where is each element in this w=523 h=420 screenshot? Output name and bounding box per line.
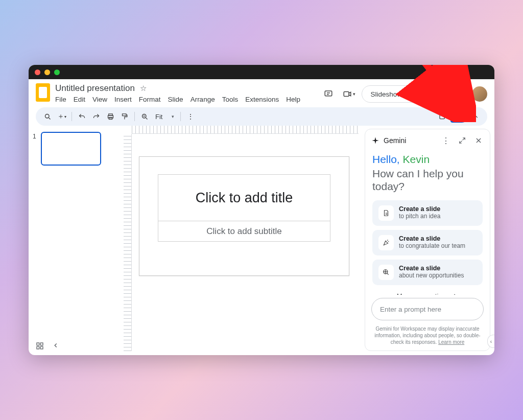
star-icon[interactable]: ☆ bbox=[140, 84, 147, 93]
filmstrip: 1 bbox=[29, 126, 116, 355]
gemini-insert-icon[interactable] bbox=[436, 110, 449, 123]
svg-rect-12 bbox=[37, 346, 39, 349]
slide-thumbnail-1[interactable] bbox=[41, 132, 101, 166]
grid-view-icon[interactable] bbox=[36, 342, 44, 350]
collapse-toolbar-icon[interactable] bbox=[469, 110, 482, 123]
new-slide-icon[interactable]: ＋▾ bbox=[55, 110, 68, 123]
chevron-right-icon bbox=[452, 293, 458, 295]
menu-tools[interactable]: Tools bbox=[222, 96, 239, 103]
titlebar bbox=[29, 65, 494, 79]
svg-point-3 bbox=[45, 114, 49, 118]
slideshow-label[interactable]: Slideshow bbox=[362, 86, 410, 102]
canvas-area[interactable]: Click to add title Click to add subtitle bbox=[116, 126, 363, 355]
subtitle-placeholder[interactable]: Click to add subtitle bbox=[158, 221, 330, 242]
gemini-disclaimer: Gemini for Workspace may display inaccur… bbox=[365, 323, 490, 351]
print-icon[interactable] bbox=[104, 110, 117, 123]
svg-rect-11 bbox=[40, 343, 43, 345]
slide-canvas[interactable]: Click to add title Click to add subtitle bbox=[139, 156, 349, 276]
slideshow-button[interactable]: Slideshow ▾ bbox=[362, 85, 422, 103]
close-window-dot[interactable] bbox=[35, 69, 40, 75]
toolbar: ＋▾ Fit ▾ ⋮ ▾ bbox=[36, 107, 487, 126]
account-avatar[interactable] bbox=[472, 86, 487, 102]
horizontal-ruler bbox=[132, 126, 359, 134]
gemini-learn-more-link[interactable]: Learn more bbox=[438, 339, 464, 345]
gemini-spark-icon bbox=[371, 136, 379, 145]
gemini-button[interactable] bbox=[449, 85, 467, 103]
gemini-panel: Gemini ⋮ Hello, Kevin How can I help you… bbox=[365, 129, 490, 351]
menu-extensions[interactable]: Extensions bbox=[245, 96, 279, 103]
gemini-menu-icon[interactable]: ⋮ bbox=[440, 134, 452, 147]
gemini-greeting: Hello, Kevin bbox=[372, 153, 483, 166]
gemini-prompt-box[interactable] bbox=[371, 298, 484, 320]
slides-logo-icon[interactable] bbox=[36, 83, 50, 102]
chevron-down-icon: ▾ bbox=[172, 114, 174, 119]
menu-insert[interactable]: Insert bbox=[114, 96, 132, 103]
zoom-label: Fit bbox=[155, 113, 162, 121]
more-tools-icon[interactable]: ⋮ bbox=[184, 110, 197, 123]
gemini-more-suggestions[interactable]: More suggestions bbox=[372, 289, 483, 295]
gemini-close-icon[interactable] bbox=[472, 134, 485, 147]
svg-rect-7 bbox=[122, 113, 126, 115]
minimize-window-dot[interactable] bbox=[44, 69, 50, 75]
share-button[interactable] bbox=[427, 85, 444, 103]
app-window: Untitled presentation ☆ File Edit View I… bbox=[29, 65, 494, 355]
redo-icon[interactable] bbox=[89, 110, 103, 123]
document-icon bbox=[378, 205, 394, 221]
meet-icon[interactable]: ▾ bbox=[341, 86, 356, 102]
paint-format-icon[interactable] bbox=[118, 110, 131, 123]
menu-bar: File Edit View Insert Format Slide Arran… bbox=[55, 95, 300, 103]
header: Untitled presentation ☆ File Edit View I… bbox=[29, 79, 494, 104]
svg-rect-13 bbox=[40, 346, 43, 349]
search-menus-icon[interactable] bbox=[41, 110, 54, 123]
menu-view[interactable]: View bbox=[92, 96, 107, 103]
maximize-window-dot[interactable] bbox=[54, 69, 60, 75]
document-title[interactable]: Untitled presentation bbox=[55, 83, 135, 94]
menu-arrange[interactable]: Arrange bbox=[191, 96, 215, 103]
celebrate-icon bbox=[378, 235, 394, 250]
gemini-prompt-input[interactable] bbox=[380, 306, 475, 313]
gemini-subhead: How can I help you today? bbox=[372, 167, 483, 193]
menu-slide[interactable]: Slide bbox=[168, 96, 183, 103]
title-placeholder[interactable]: Click to add title bbox=[158, 174, 330, 221]
svg-point-2 bbox=[434, 92, 436, 95]
workspace: 1 Click to add title Click to add subtit… bbox=[29, 126, 494, 355]
menu-help[interactable]: Help bbox=[286, 96, 300, 103]
search-globe-icon bbox=[378, 265, 394, 280]
gemini-title: Gemini bbox=[384, 136, 406, 145]
menu-file[interactable]: File bbox=[55, 96, 66, 103]
vertical-ruler bbox=[124, 134, 132, 351]
zoom-out-icon[interactable] bbox=[138, 110, 151, 123]
zoom-select[interactable]: Fit ▾ bbox=[152, 113, 177, 121]
comments-icon[interactable] bbox=[321, 86, 336, 102]
menu-format[interactable]: Format bbox=[139, 96, 161, 103]
gemini-suggestion-1[interactable]: Create a slide to pitch an idea bbox=[372, 200, 483, 226]
select-tool[interactable]: ▾ bbox=[450, 110, 468, 123]
undo-icon[interactable] bbox=[75, 110, 88, 123]
collapse-filmstrip-icon[interactable] bbox=[52, 342, 59, 350]
svg-rect-1 bbox=[344, 92, 349, 97]
gemini-suggestion-3[interactable]: Create a slide about new opportunities bbox=[372, 260, 483, 285]
slide-number: 1 bbox=[33, 132, 38, 166]
slideshow-dropdown-icon[interactable]: ▾ bbox=[410, 86, 421, 102]
gemini-suggestion-2[interactable]: Create a slide to congratulate our team bbox=[372, 230, 483, 255]
svg-rect-10 bbox=[37, 343, 39, 345]
svg-rect-0 bbox=[325, 91, 332, 96]
menu-edit[interactable]: Edit bbox=[74, 96, 85, 103]
gemini-expand-icon[interactable] bbox=[456, 134, 468, 147]
